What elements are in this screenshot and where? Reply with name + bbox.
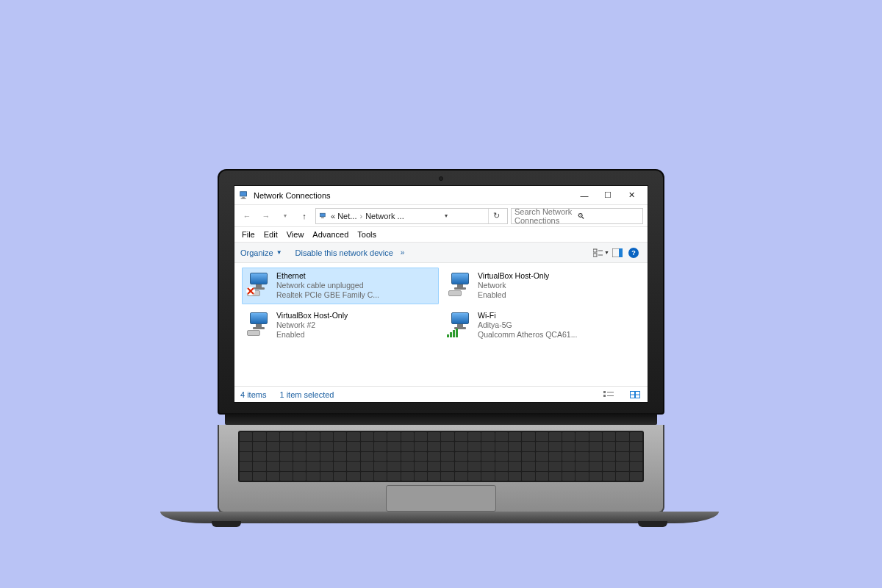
search-icon: 🔍︎ [577,212,639,220]
connections-pane[interactable]: EthernetNetwork cable unpluggedRealtek P… [234,263,648,386]
svg-rect-15 [603,395,606,397]
screen-bezel: Network Connections — ☐ ✕ ← → ▾ ↑ « Net.… [218,169,664,415]
svg-rect-2 [241,198,246,198]
recent-dropdown[interactable]: ▾ [277,208,293,224]
menu-edit[interactable]: Edit [264,230,278,239]
close-button[interactable]: ✕ [620,187,643,204]
menubar: File Edit View Advanced Tools [234,227,648,243]
up-button[interactable]: ↑ [296,208,312,224]
menu-advanced[interactable]: Advanced [312,230,348,239]
screen: Network Connections — ☐ ✕ ← → ▾ ↑ « Net.… [234,185,648,403]
connection-status: Network cable unplugged [276,281,379,290]
svg-rect-4 [321,217,324,218]
address-row: ← → ▾ ↑ « Net... › Network ... ▾ ↻ Searc… [234,205,648,227]
search-placeholder: Search Network Connections [514,207,577,225]
more-commands[interactable]: » [401,248,405,257]
connection-name: Wi-Fi [478,311,577,320]
details-view-icon[interactable] [602,390,615,400]
help-button[interactable]: ? [625,245,642,260]
svg-rect-22 [636,395,639,398]
connection-status: Network [478,281,549,290]
svg-rect-1 [242,196,245,198]
breadcrumb-2[interactable]: Network ... [365,212,404,220]
svg-rect-5 [593,249,597,252]
connection-detail: Realtek PCIe GBE Family C... [276,290,379,300]
titlebar[interactable]: Network Connections — ☐ ✕ [234,186,648,205]
laptop-frame: Network Connections — ☐ ✕ ← → ▾ ↑ « Net.… [218,169,664,528]
menu-file[interactable]: File [242,230,255,239]
window-title: Network Connections [254,191,331,200]
svg-rect-14 [603,391,606,393]
connection-item[interactable]: VirtualBox Host-OnlyNetwork #2Enabled [242,307,439,344]
view-options-button[interactable]: ▼ [593,245,609,260]
connection-status: Aditya-5G [478,320,577,330]
connection-name: Ethernet [276,271,379,281]
menu-view[interactable]: View [287,230,304,239]
adapter-icon [447,271,473,298]
webcam [439,176,443,181]
connection-name: VirtualBox Host-Only [478,271,549,281]
adapter-icon [245,311,272,337]
search-input[interactable]: Search Network Connections 🔍︎ [511,208,643,224]
svg-rect-20 [636,392,639,395]
forward-button[interactable]: → [258,208,274,224]
item-count: 4 items [240,390,266,399]
large-icons-view-icon[interactable] [628,390,642,400]
connection-item[interactable]: EthernetNetwork cable unpluggedRealtek P… [242,268,439,304]
address-bar[interactable]: « Net... › Network ... ▾ ↻ [315,208,508,224]
laptop-deck [218,413,664,513]
svg-rect-19 [631,392,634,395]
svg-rect-21 [631,395,634,398]
adapter-icon [245,271,272,298]
disable-device-button[interactable]: Disable this network device [295,248,393,257]
svg-rect-10 [619,248,623,257]
back-button[interactable]: ← [239,208,255,224]
svg-rect-6 [593,254,597,257]
preview-pane-button[interactable] [609,245,625,260]
breadcrumb-sep: › [359,212,362,220]
connection-name: VirtualBox Host-Only [276,311,348,320]
adapter-icon [447,311,473,337]
selection-count: 1 item selected [279,390,334,399]
organize-button[interactable]: Organize▼ [240,248,282,257]
location-icon [319,212,328,220]
minimize-button[interactable]: — [573,187,596,204]
connection-detail: Enabled [478,290,549,300]
network-connections-icon [239,190,249,201]
connection-detail: Enabled [276,330,348,340]
connection-item[interactable]: Wi-FiAditya-5GQualcomm Atheros QCA61... [443,307,640,344]
svg-rect-3 [320,213,326,217]
breadcrumb-1[interactable]: « Net... [331,212,356,220]
refresh-button[interactable]: ↻ [488,209,504,223]
svg-rect-0 [240,191,247,196]
chevron-down-icon: ▼ [276,249,282,256]
status-bar: 4 items 1 item selected [234,386,648,402]
connection-detail: Qualcomm Atheros QCA61... [478,330,577,340]
maximize-button[interactable]: ☐ [596,187,620,204]
addr-dropdown[interactable]: ▾ [438,209,454,223]
menu-tools[interactable]: Tools [357,230,376,239]
connection-status: Network #2 [276,320,348,330]
connection-item[interactable]: VirtualBox Host-OnlyNetworkEnabled [443,268,640,304]
command-bar: Organize▼ Disable this network device » … [234,243,648,263]
